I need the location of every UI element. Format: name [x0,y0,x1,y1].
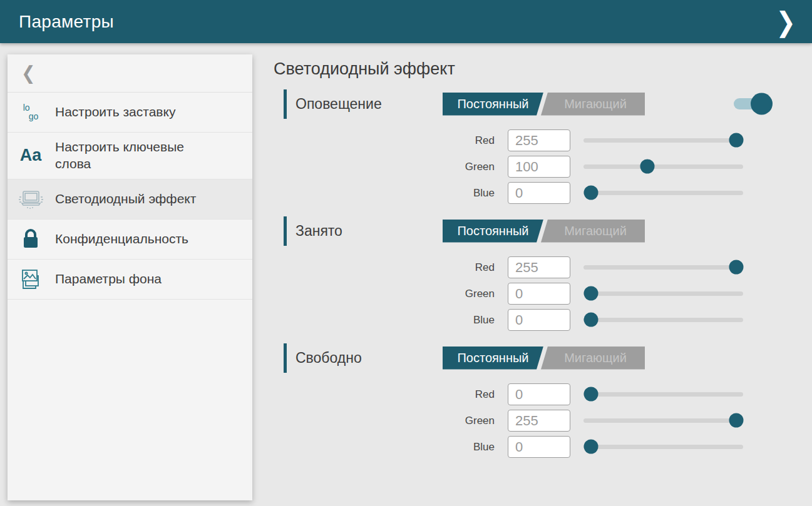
mode-blinking-button[interactable]: Мигающий [541,220,645,243]
green-slider-thumb[interactable] [640,159,655,174]
red-label: Red [274,134,495,147]
red-value-input[interactable] [508,129,570,151]
section-busy: Занято Постоянный Мигающий Red Green [274,216,812,331]
sidebar: ❮ lo go Настроить заставку Aa Настроить … [8,54,252,500]
sidebar-item-keywords[interactable]: Aa Настроить ключевые слова [8,133,252,180]
slider-track[interactable] [583,265,743,270]
chevron-right-icon[interactable]: ❯ [776,8,796,36]
section-accent-bar [284,216,287,246]
blue-value-input[interactable] [508,309,570,331]
red-value-input[interactable] [508,383,570,405]
section-label: Оповещение [296,96,443,113]
section-accent-bar [284,343,287,373]
red-slider[interactable] [583,129,743,151]
mode-segmented-control: Постоянный Мигающий [443,347,645,370]
mode-constant-button[interactable]: Постоянный [443,220,543,243]
section-accent-bar [284,89,287,119]
blue-slider-thumb[interactable] [583,186,598,200]
sidebar-item-background[interactable]: Параметры фона [8,260,252,300]
app-header: Параметры ❯ [0,0,812,43]
text-aa-icon: Aa [15,146,46,165]
red-slider[interactable] [583,383,743,405]
led-effect-panel: Светодиодный эффект Оповещение Постоянны… [274,59,812,470]
sidebar-item-label: Конфиденциальность [55,231,188,248]
mode-constant-button[interactable]: Постоянный [443,347,543,370]
toggle-knob [751,93,773,115]
blue-slider[interactable] [583,436,743,458]
green-slider-thumb[interactable] [729,413,743,428]
blue-slider-thumb[interactable] [583,440,598,454]
green-label: Green [274,415,495,427]
mode-blinking-button[interactable]: Мигающий [541,93,645,116]
sidebar-item-label: Настроить ключевые слова [55,139,208,173]
mode-blinking-button[interactable]: Мигающий [541,347,645,370]
slider-track[interactable] [583,138,743,143]
slider-track[interactable] [583,318,743,322]
slider-track[interactable] [583,392,743,397]
green-label: Green [274,288,495,300]
slider-track[interactable] [583,291,743,296]
red-slider-thumb[interactable] [583,387,598,402]
blue-label: Blue [274,187,495,200]
lock-icon [15,228,46,250]
red-slider-thumb[interactable] [729,260,743,275]
slider-track[interactable] [583,445,743,449]
section-label: Свободно [296,350,443,367]
main-title: Светодиодный эффект [274,59,812,79]
green-label: Green [274,161,495,173]
blue-value-input[interactable] [508,436,570,458]
monitor-icon [15,188,46,210]
sidebar-item-splash-screen[interactable]: lo go Настроить заставку [8,93,252,133]
section-free: Свободно Постоянный Мигающий Red Green [274,343,812,458]
sidebar-item-label: Настроить заставку [55,104,175,121]
green-slider[interactable] [583,156,743,178]
sidebar-item-label: Параметры фона [55,271,162,288]
mode-constant-button[interactable]: Постоянный [443,93,543,116]
green-value-input[interactable] [508,410,570,432]
mode-segmented-control: Постоянный Мигающий [443,220,645,243]
green-slider[interactable] [583,410,743,432]
page-title: Параметры [19,12,114,32]
logo-icon: lo go [15,104,46,121]
section-notification: Оповещение Постоянный Мигающий Red Green [274,89,812,204]
green-slider-thumb[interactable] [583,286,598,301]
green-slider[interactable] [583,283,743,305]
notification-led-toggle[interactable] [734,93,768,115]
red-value-input[interactable] [508,256,570,278]
chevron-left-icon: ❮ [21,64,36,83]
green-value-input[interactable] [508,283,570,305]
slider-track[interactable] [583,418,743,423]
blue-label: Blue [274,441,495,453]
section-label: Занято [296,223,443,240]
mode-segmented-control: Постоянный Мигающий [443,93,645,116]
blue-value-input[interactable] [508,182,570,204]
sidebar-item-privacy[interactable]: Конфиденциальность [8,220,252,260]
red-slider[interactable] [583,256,743,278]
blue-label: Blue [274,314,495,326]
green-value-input[interactable] [508,156,570,178]
red-label: Red [274,261,495,274]
blue-slider-thumb[interactable] [583,313,598,327]
blue-slider[interactable] [583,182,743,204]
sidebar-back-button[interactable]: ❮ [8,54,252,93]
blue-slider[interactable] [583,309,743,331]
red-label: Red [274,388,495,401]
sidebar-item-led-effect[interactable]: Светодиодный эффект [8,180,252,220]
red-slider-thumb[interactable] [729,133,743,148]
sidebar-item-label: Светодиодный эффект [55,191,196,208]
slider-track[interactable] [583,164,743,169]
slider-track[interactable] [583,191,743,195]
images-icon [15,268,46,290]
